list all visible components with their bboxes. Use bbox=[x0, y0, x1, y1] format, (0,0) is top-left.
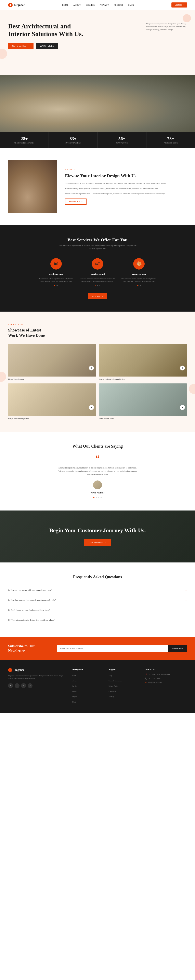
portfolio-circle-right bbox=[189, 384, 195, 394]
newsletter-email-input[interactable] bbox=[57, 645, 168, 652]
social-icon-facebook[interactable]: f bbox=[8, 683, 13, 688]
cta-content: Begin Your Customer Journey With Us. GET… bbox=[8, 527, 187, 546]
hero-buttons: GET STARTED → WATCH VIDEO bbox=[8, 43, 93, 49]
social-icon-youtube[interactable]: y bbox=[28, 683, 32, 688]
faq-item-3[interactable]: Q: What sets your interior design firm a… bbox=[8, 615, 187, 625]
svg-point-0 bbox=[10, 4, 11, 6]
testimonial-avatar bbox=[93, 480, 102, 489]
service-desc-interior: Duis aute irure dolor is reprehenderit i… bbox=[79, 278, 116, 283]
footer-nav-blog[interactable]: Blog bbox=[72, 701, 75, 703]
newsletter-section: Subscribe to Our Newsletter SUBSCRIBE bbox=[0, 637, 195, 660]
faq-expand-icon-3: + bbox=[185, 619, 187, 622]
cta-section: Begin Your Customer Journey With Us. GET… bbox=[0, 511, 195, 562]
about-section: About Us Elevate Your Interior Design Wi… bbox=[0, 148, 195, 225]
faq-item-1[interactable]: Q: How long does an interior design proj… bbox=[8, 595, 187, 605]
footer-social: f t in y bbox=[8, 683, 64, 688]
faq-item-2[interactable]: Q: Can I choose my own furniture and dec… bbox=[8, 605, 187, 615]
footer-nav-column: Navigation Home About Service Privacy Pr… bbox=[72, 668, 100, 705]
nav-item-service[interactable]: Service bbox=[86, 4, 95, 6]
read-more-button[interactable]: READ MORE → bbox=[65, 199, 86, 205]
nav-item-home[interactable]: Home bbox=[62, 4, 69, 6]
testimonial-dot-3[interactable] bbox=[101, 497, 102, 498]
social-icon-twitter[interactable]: t bbox=[14, 683, 19, 688]
hero-description: Elegance is a comprehensive design firm … bbox=[146, 22, 187, 31]
footer-support-contact[interactable]: Contact Us bbox=[109, 690, 116, 692]
cta-heading: Begin Your Customer Journey With Us. bbox=[8, 527, 187, 534]
footer-nav-privacy[interactable]: Privacy bbox=[72, 690, 77, 692]
hero-content: Best Architectural and Interior Solution… bbox=[8, 22, 93, 49]
portfolio-tag: Our Projects bbox=[8, 324, 187, 326]
get-started-button[interactable]: GET STARTED → bbox=[8, 43, 34, 49]
footer: Elegance Elegance is a comprehensive des… bbox=[0, 660, 195, 713]
email-icon: ✉ bbox=[145, 682, 147, 684]
footer-phone-text: +1 (555) 123-4567 bbox=[149, 677, 161, 680]
portfolio-item-0: + Living Room Interior bbox=[8, 344, 96, 380]
location-icon: 📍 bbox=[145, 673, 147, 676]
stat-label-interior: Interior Works bbox=[53, 142, 93, 144]
faq-item-0[interactable]: Q: How do I get started with interior de… bbox=[8, 585, 187, 595]
logo: Elegance bbox=[8, 3, 25, 7]
footer-logo-icon bbox=[8, 668, 12, 672]
contact-button[interactable]: Contact ▾ bbox=[171, 2, 187, 8]
footer-support-terms[interactable]: Terms & Conditions bbox=[109, 680, 122, 682]
navbar: Elegance Home About Service Privacy Proj… bbox=[0, 0, 195, 10]
stat-number-interior: 83+ bbox=[53, 136, 93, 141]
nav-item-project[interactable]: Project bbox=[114, 4, 123, 6]
cta-button[interactable]: GET STARTED → bbox=[84, 539, 111, 546]
testimonial-author: Kevin Andrew bbox=[8, 492, 187, 494]
footer-email-text: hello@elegance.com bbox=[148, 681, 162, 684]
view-all-button[interactable]: VIEW ALL → bbox=[88, 293, 107, 299]
service-card-architecture: 🏛 Architecture Duis aute irure dolor is … bbox=[38, 258, 74, 286]
nav-item-privacy[interactable]: Privacy bbox=[99, 4, 109, 6]
portfolio-grid: + Living Room Interior + Accent Lighting… bbox=[8, 344, 187, 420]
stat-projects: 73+ Projects Done bbox=[147, 132, 195, 148]
footer-logo: Elegance bbox=[8, 668, 64, 672]
nav-item-about[interactable]: About bbox=[74, 4, 81, 6]
testimonial-dot-0[interactable] bbox=[93, 497, 94, 498]
service-name-interior: Interior Work bbox=[79, 273, 116, 276]
stat-label-architecture: Architecture Works bbox=[4, 142, 45, 144]
stat-renovations: 56+ Renovations bbox=[98, 132, 147, 148]
testimonial-dot-1[interactable] bbox=[96, 497, 97, 498]
footer-support-privacy[interactable]: Privacy Policy bbox=[109, 685, 118, 687]
portfolio-item-2: + Design Ideas and Inspiration bbox=[8, 383, 96, 420]
social-icon-linkedin[interactable]: in bbox=[21, 683, 26, 688]
service-dots-decor bbox=[121, 285, 157, 286]
hero-heading: Best Architectural and Interior Solution… bbox=[8, 22, 93, 38]
stat-number-renovations: 56+ bbox=[102, 136, 142, 141]
quote-mark-icon: ❝ bbox=[8, 455, 187, 463]
stat-label-projects: Projects Done bbox=[150, 142, 191, 144]
footer-nav-service[interactable]: Service bbox=[72, 685, 77, 687]
hero-circle-top bbox=[183, 14, 191, 22]
footer-support-faq[interactable]: FAQ bbox=[109, 675, 112, 676]
portfolio-image-1: + bbox=[99, 344, 187, 377]
hero-image bbox=[0, 75, 195, 132]
footer-support-heading: Support bbox=[109, 668, 137, 670]
footer-nav-heading: Navigation bbox=[72, 668, 100, 670]
footer-contact-phone: 📞 +1 (555) 123-4567 bbox=[145, 677, 187, 680]
services-subtitle: Duis aute irure is reprehenderit in volu… bbox=[57, 244, 138, 250]
arrow-icon: → bbox=[81, 200, 83, 202]
stat-number-architecture: 28+ bbox=[4, 136, 45, 141]
portfolio-item-1: + Accent Lighting in Interior Design bbox=[99, 344, 187, 380]
footer-support-column: Support FAQ Terms & Conditions Privacy P… bbox=[109, 668, 137, 705]
stats-bar: 28+ Architecture Works 83+ Interior Work… bbox=[0, 132, 195, 148]
logo-text: Elegance bbox=[14, 3, 25, 7]
testimonial-dot-2[interactable] bbox=[98, 497, 99, 498]
nav-item-blog[interactable]: Blog bbox=[128, 4, 134, 6]
portfolio-item-3: + Cube Modern Home bbox=[99, 383, 187, 420]
footer-nav-project[interactable]: Project bbox=[72, 696, 77, 698]
services-grid: 🏛 Architecture Duis aute irure dolor is … bbox=[8, 258, 187, 286]
phone-icon: 📞 bbox=[145, 678, 147, 680]
testimonials-heading: What Our Clients are Saying bbox=[8, 444, 187, 449]
footer-brand: Elegance Elegance is a comprehensive des… bbox=[8, 668, 64, 705]
arrow-icon: → bbox=[104, 542, 106, 544]
portfolio-image-2: + bbox=[8, 383, 96, 416]
footer-nav-about[interactable]: About bbox=[72, 680, 77, 682]
faq-expand-icon-2: + bbox=[185, 609, 187, 612]
footer-support-sitemap[interactable]: Sitemap bbox=[109, 696, 114, 698]
footer-nav-home[interactable]: Home bbox=[72, 675, 77, 676]
watch-video-button[interactable]: WATCH VIDEO bbox=[36, 43, 58, 49]
testimonial-quote: Eiusmod tempor incididunt ut labore et d… bbox=[57, 466, 138, 476]
newsletter-subscribe-button[interactable]: SUBSCRIBE bbox=[168, 645, 187, 652]
